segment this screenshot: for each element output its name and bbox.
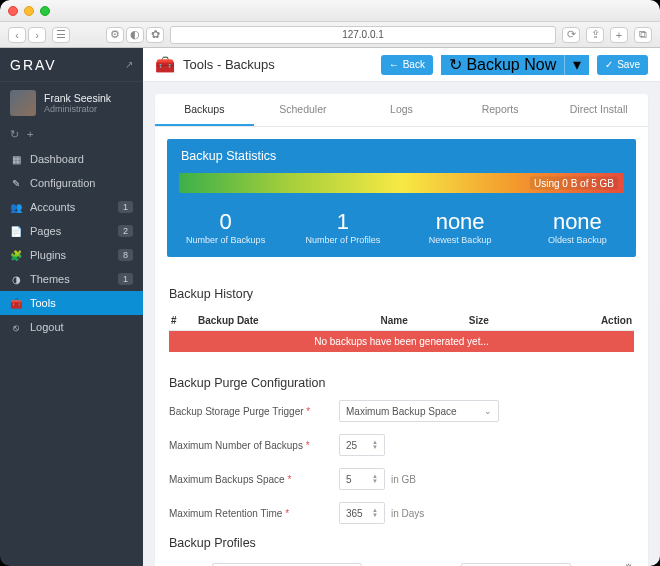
reload-icon[interactable]: ⟳	[562, 27, 580, 43]
col-size: Size	[467, 311, 535, 331]
ext-icon[interactable]: ◐	[126, 27, 144, 43]
chevron-down-icon[interactable]: ▾	[564, 55, 589, 75]
stat-value: none	[519, 209, 636, 235]
sidebar-item-themes[interactable]: ◑Themes1	[0, 267, 143, 291]
max-space-input[interactable]: 5 ▲▼	[339, 468, 385, 490]
back-button[interactable]: ← Back	[381, 55, 433, 75]
sidebar-item-pages[interactable]: 📄Pages2	[0, 219, 143, 243]
ext-icon[interactable]: ⚙	[106, 27, 124, 43]
nav-icon: 🧰	[10, 298, 22, 309]
brand: GRAV ↗	[0, 48, 143, 82]
check-icon: ✓	[605, 59, 613, 70]
user-role: Administrator	[44, 104, 111, 114]
tab-logs[interactable]: Logs	[352, 94, 451, 126]
tabs-icon[interactable]: ⧉	[634, 27, 652, 43]
stat-newest-backup: noneNewest Backup	[402, 209, 519, 245]
browser-toolbar: ‹ › ☰ ⚙ ◐ ✿ 127.0.0.1 ⟳ ⇪ + ⧉	[0, 22, 660, 48]
usage-label: Using 0 B of 5 GB	[530, 177, 618, 190]
stat-value: 1	[284, 209, 401, 235]
table-header-row: #Backup DateNameSizeAction	[169, 311, 634, 331]
sidebar-item-plugins[interactable]: 🧩Plugins8	[0, 243, 143, 267]
avatar	[10, 90, 36, 116]
settings-icon[interactable]: ⚙	[624, 562, 634, 566]
retention-input[interactable]: 365 ▲▼	[339, 502, 385, 524]
form-row-trigger: Backup Storage Purge Trigger * Maximum B…	[169, 400, 634, 422]
backup-history-title: Backup History	[169, 287, 634, 301]
backup-profiles-title: Backup Profiles	[169, 536, 634, 550]
main: 🧰 Tools - Backups ← Back ↻ Backup Now ▾ …	[143, 48, 660, 566]
toolbox-icon: 🧰	[155, 55, 175, 74]
usage-bar: Using 0 B of 5 GB	[179, 173, 624, 193]
empty-row: No backups have been generated yet...	[169, 331, 634, 353]
sidebar-item-configuration[interactable]: ✎Configuration	[0, 171, 143, 195]
ext-icon[interactable]: ✿	[146, 27, 164, 43]
form-row-max-space: Maximum Backups Space * 5 ▲▼ in GB	[169, 468, 634, 490]
nav-badge: 8	[118, 249, 133, 261]
newtab-icon[interactable]: +	[610, 27, 628, 43]
share-icon[interactable]: ⇪	[586, 27, 604, 43]
tab-reports[interactable]: Reports	[451, 94, 550, 126]
browser-back-icon[interactable]: ‹	[8, 27, 26, 43]
nav-label: Accounts	[30, 201, 118, 213]
empty-message: No backups have been generated yet...	[169, 331, 634, 353]
external-link-icon[interactable]: ↗	[125, 59, 133, 70]
form-row-retention: Maximum Retention Time * 365 ▲▼ in Days	[169, 502, 634, 524]
stat-number-of-backups: 0Number of Backups	[167, 209, 284, 245]
purge-trigger-select[interactable]: Maximum Backup Space ⌄	[339, 400, 499, 422]
col-backup-date: Backup Date	[196, 311, 379, 331]
backup-statistics-panel: Backup Statistics Using 0 B of 5 GB 0Num…	[167, 139, 636, 257]
sidebar-quick-actions: ↻ +	[0, 124, 143, 147]
profile-row: Name * Default Site Backup Root Folder *…	[169, 560, 634, 566]
col-index: #	[169, 311, 196, 331]
tab-scheduler[interactable]: Scheduler	[254, 94, 353, 126]
nav-label: Plugins	[30, 249, 118, 261]
user-block[interactable]: Frank Seesink Administrator	[0, 82, 143, 124]
refresh-icon[interactable]: ↻	[10, 128, 19, 141]
spinner-icon[interactable]: ▲▼	[372, 474, 378, 484]
nav-label: Pages	[30, 225, 118, 237]
sidebar-item-logout[interactable]: ⎋Logout	[0, 315, 143, 339]
page-title: Tools - Backups	[183, 57, 373, 72]
browser-url: 127.0.0.1	[342, 29, 384, 40]
save-button[interactable]: ✓ Save	[597, 55, 648, 75]
sidebar-item-dashboard[interactable]: ▦Dashboard	[0, 147, 143, 171]
macos-titlebar	[0, 0, 660, 22]
stat-label: Oldest Backup	[519, 235, 636, 245]
stats-row: 0Number of Backups1Number of Profilesnon…	[167, 203, 636, 257]
stat-value: none	[402, 209, 519, 235]
sidebar-item-tools[interactable]: 🧰Tools	[0, 291, 143, 315]
nav-label: Dashboard	[30, 153, 133, 165]
browser-sidebar-icon[interactable]: ☰	[52, 27, 70, 43]
nav-icon: 📄	[10, 226, 22, 237]
window-close-icon[interactable]	[8, 6, 18, 16]
sidebar-item-accounts[interactable]: 👥Accounts1	[0, 195, 143, 219]
browser-forward-icon[interactable]: ›	[28, 27, 46, 43]
stat-oldest-backup: noneOldest Backup	[519, 209, 636, 245]
nav-label: Logout	[30, 321, 133, 333]
page-header: 🧰 Tools - Backups ← Back ↻ Backup Now ▾ …	[143, 48, 660, 82]
back-arrow-icon: ←	[389, 59, 399, 70]
nav-icon: 👥	[10, 202, 22, 213]
nav-icon: ✎	[10, 178, 22, 189]
spinner-icon[interactable]: ▲▼	[372, 440, 378, 450]
nav-label: Themes	[30, 273, 118, 285]
nav-badge: 2	[118, 225, 133, 237]
browser-url-bar[interactable]: 127.0.0.1	[170, 26, 556, 44]
brand-logo[interactable]: GRAV	[10, 57, 57, 73]
window-minimize-icon[interactable]	[24, 6, 34, 16]
max-number-input[interactable]: 25 ▲▼	[339, 434, 385, 456]
nav-icon: ⎋	[10, 322, 22, 333]
window-zoom-icon[interactable]	[40, 6, 50, 16]
spinner-icon[interactable]: ▲▼	[372, 508, 378, 518]
stat-value: 0	[167, 209, 284, 235]
tab-backups[interactable]: Backups	[155, 94, 254, 126]
nav-badge: 1	[118, 273, 133, 285]
tab-direct-install[interactable]: Direct Install	[549, 94, 648, 126]
chevron-down-icon: ⌄	[484, 406, 492, 416]
stat-label: Newest Backup	[402, 235, 519, 245]
plus-icon[interactable]: +	[27, 128, 33, 141]
sidebar: GRAV ↗ Frank Seesink Administrator ↻ + ▦…	[0, 48, 143, 566]
nav-icon: 🧩	[10, 250, 22, 261]
backup-now-button[interactable]: ↻ Backup Now ▾	[441, 55, 589, 75]
nav-icon: ◑	[10, 274, 22, 285]
